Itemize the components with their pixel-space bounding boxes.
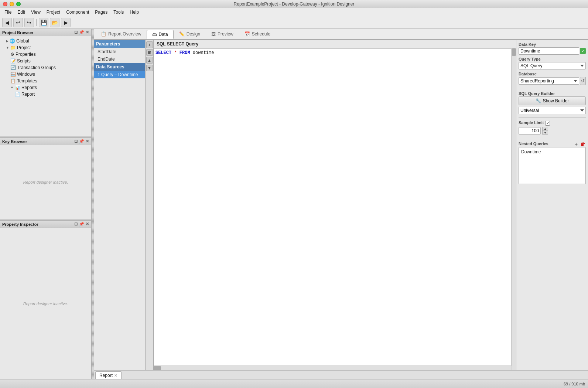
tree-item-windows[interactable]: 🪟 Windows <box>0 71 91 78</box>
menu-view[interactable]: View <box>28 9 44 16</box>
menu-tools[interactable]: Tools <box>110 9 127 16</box>
prop-divider-3 <box>519 138 586 138</box>
toolbar-open-button[interactable]: 📂 <box>50 18 59 27</box>
move-down-button[interactable]: ▼ <box>146 65 153 71</box>
tab-design[interactable]: ✏️ Design <box>174 30 206 38</box>
panel-restore-icon[interactable]: ⊡ <box>74 30 78 35</box>
sql-query-builder-group: SQL Query Builder Show Builder Universal <box>519 91 586 114</box>
show-builder-label: Show Builder <box>543 98 569 103</box>
tab-report-overview[interactable]: 📋 Report Overview <box>95 30 147 38</box>
param-end-date[interactable]: EndDate <box>94 55 145 63</box>
key-browser-close-icon[interactable]: ✕ <box>86 139 89 144</box>
data-key-confirm-icon[interactable]: ✓ <box>580 48 586 54</box>
data-key-group: Data Key ✓ <box>519 42 586 55</box>
status-right: 69 / 910 mb <box>564 382 585 386</box>
query-type-select[interactable]: SQL Query <box>519 62 586 69</box>
toolbar-preview-button[interactable]: ▶ <box>61 18 71 27</box>
property-inspector-restore-icon[interactable]: ⊡ <box>74 222 78 227</box>
tree-item-transaction-groups[interactable]: 🔄 Transaction Groups <box>0 64 91 71</box>
tree-item-properties[interactable]: ⚙ Properties <box>0 51 91 58</box>
tab-design-icon: ✏️ <box>179 31 185 37</box>
menu-project[interactable]: Project <box>44 9 63 16</box>
menu-help[interactable]: Help <box>127 9 142 16</box>
sql-table-name: downtime <box>193 50 214 55</box>
bottom-tab-close-icon[interactable]: ✕ <box>114 373 117 378</box>
query-type-group: Query Type SQL Query <box>519 57 586 69</box>
nested-delete-button[interactable]: 🗑 <box>580 141 586 147</box>
tree-item-global[interactable]: ▶ 🌐 Global <box>0 38 91 44</box>
toolbar-undo-button[interactable]: ↩ <box>13 18 23 27</box>
dialect-select[interactable]: Universal <box>519 107 586 114</box>
properties-panel: Data Key ✓ Query Type SQL Query Database <box>516 40 588 370</box>
close-button[interactable] <box>3 2 7 6</box>
prop-divider-1 <box>519 88 586 88</box>
database-refresh-button[interactable]: ↺ <box>580 77 586 85</box>
property-inspector-close-icon[interactable]: ✕ <box>86 222 89 227</box>
sample-limit-spinbox: ▲ ▼ <box>542 127 548 135</box>
maximize-button[interactable] <box>16 2 21 6</box>
datasource-query-downtime-label: 1 Query – Downtime <box>98 72 138 77</box>
query-scrollbar-vertical[interactable] <box>512 48 516 370</box>
project-tree: ▶ 🌐 Global ▼ 📁 Project ⚙ Properties � <box>0 36 91 136</box>
tree-item-project[interactable]: ▼ 📁 Project <box>0 44 91 51</box>
tab-schedule[interactable]: 📅 Schedule <box>239 30 276 38</box>
toolbar-back-button[interactable]: ◀ <box>2 18 12 27</box>
parameters-section-header[interactable]: Parameters <box>94 40 145 48</box>
sample-limit-label: Sample Limit <box>519 120 544 125</box>
move-up-button[interactable]: ▲ <box>146 57 153 64</box>
panel-pin-icon[interactable]: 📌 <box>79 30 84 35</box>
data-key-label: Data Key <box>519 42 586 47</box>
toolbar-redo-button[interactable]: ↪ <box>24 18 34 27</box>
sample-limit-label-row: Sample Limit <box>519 120 586 126</box>
tree-item-scripts[interactable]: 📝 Scripts <box>0 58 91 64</box>
sample-limit-decrement[interactable]: ▼ <box>543 131 548 135</box>
title-bar: ReportExampleProject - Develop-Gateway -… <box>0 0 588 8</box>
tree-item-reports[interactable]: ▼ 📊 Reports <box>0 84 91 91</box>
menu-component[interactable]: Component <box>63 9 92 16</box>
toolbar-save-button[interactable]: 💾 <box>39 18 48 27</box>
menu-pages[interactable]: Pages <box>92 9 110 16</box>
bottom-tab-report[interactable]: Report ✕ <box>95 371 122 379</box>
tab-preview-icon: 🖼 <box>211 31 216 37</box>
data-sources-section-header[interactable]: Data Sources <box>94 63 145 71</box>
database-select-row: SharedReporting ↺ <box>519 77 586 85</box>
tab-preview[interactable]: 🖼 Preview <box>206 30 239 38</box>
param-start-date[interactable]: StartDate <box>94 48 145 55</box>
main-layout: Project Browser ⊡ 📌 ✕ ▶ 🌐 Global ▼ 📁 <box>0 29 588 379</box>
query-scrollbar-horizontal[interactable] <box>154 366 512 370</box>
minimize-button[interactable] <box>10 2 14 6</box>
datasource-query-downtime[interactable]: 1 Query – Downtime <box>94 71 145 78</box>
database-select[interactable]: SharedReporting <box>519 77 579 85</box>
nested-add-button[interactable]: + <box>573 141 579 147</box>
tab-data[interactable]: 🗃 Data <box>147 30 173 39</box>
parameters-label: Parameters <box>96 41 120 47</box>
show-builder-button[interactable]: Show Builder <box>519 96 586 105</box>
sql-select-keyword: SELECT <box>155 50 171 55</box>
add-datasource-button[interactable]: + <box>146 41 153 48</box>
menu-edit[interactable]: Edit <box>14 9 28 16</box>
database-label: Database <box>519 72 586 76</box>
tree-label-report: Report <box>21 92 35 97</box>
key-browser-pin-icon[interactable]: 📌 <box>79 139 84 144</box>
property-inspector-title: Property Inspector <box>2 222 38 227</box>
data-actions-panel: + 🗑 ▲ ▼ <box>146 40 154 370</box>
sample-limit-input[interactable] <box>519 127 541 135</box>
sample-limit-increment[interactable]: ▲ <box>543 127 548 131</box>
param-start-date-label: StartDate <box>98 49 116 54</box>
window-controls <box>3 2 21 6</box>
key-browser-restore-icon[interactable]: ⊡ <box>74 139 78 144</box>
menu-file[interactable]: File <box>1 9 14 16</box>
tree-item-templates[interactable]: 📋 Templates <box>0 78 91 84</box>
tree-icon-templates: 📋 <box>10 78 16 84</box>
sample-limit-checkbox[interactable] <box>545 121 550 126</box>
nested-query-downtime[interactable]: Downtime <box>520 149 584 155</box>
sql-query-editor[interactable]: SELECT * FROM downtime <box>154 48 512 366</box>
data-key-input[interactable] <box>519 47 579 55</box>
tab-data-icon: 🗃 <box>152 32 157 37</box>
remove-datasource-button[interactable]: 🗑 <box>146 49 153 56</box>
tree-item-report[interactable]: 📄 Report <box>0 91 91 98</box>
property-inspector-pin-icon[interactable]: 📌 <box>79 222 84 227</box>
nested-queries-label: Nested Queries <box>519 142 548 146</box>
tree-icon-reports: 📊 <box>15 85 20 90</box>
panel-close-icon[interactable]: ✕ <box>86 30 89 35</box>
